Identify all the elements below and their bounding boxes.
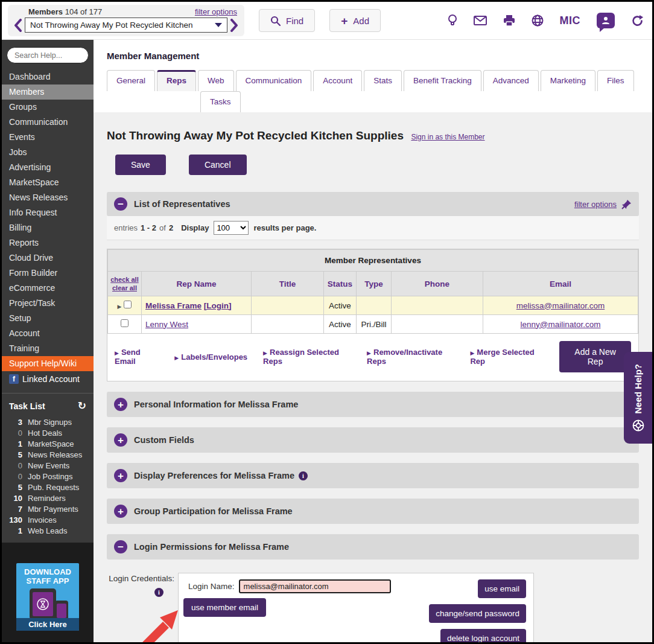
print-icon[interactable]: [503, 14, 515, 27]
download-staff-app-banner[interactable]: DOWNLOAD STAFF APP Click Here: [16, 563, 79, 631]
sidebar-item-events[interactable]: Events: [2, 130, 94, 145]
tab-reps[interactable]: Reps: [157, 70, 196, 91]
tab-tasks[interactable]: Tasks: [200, 91, 241, 112]
save-button[interactable]: Save: [115, 155, 166, 175]
reps-filter-options-link[interactable]: filter options: [574, 200, 617, 209]
sidebar-item-ecommerce[interactable]: eCommerce: [2, 281, 94, 296]
login-name-input[interactable]: [239, 579, 391, 593]
sign-in-as-member-link[interactable]: Sign in as this Member: [411, 133, 484, 141]
results-per-page-select[interactable]: 100: [214, 221, 249, 235]
sidebar-item-account[interactable]: Account: [2, 326, 94, 341]
tab-stats[interactable]: Stats: [364, 70, 402, 91]
sidebar-item-info-request[interactable]: Info Request: [2, 205, 94, 220]
find-button[interactable]: Find: [259, 9, 315, 32]
globe-icon[interactable]: [532, 14, 544, 27]
sidebar-item-groups[interactable]: Groups: [2, 100, 94, 115]
rep-name-link[interactable]: Lenny West: [145, 320, 188, 329]
search-help-input[interactable]: [7, 47, 89, 63]
accordion-custom-fields[interactable]: + Custom Fields: [107, 427, 639, 453]
previous-member-chevron-icon[interactable]: [14, 19, 22, 32]
sidebar-item-support-help-wiki[interactable]: Support Help/Wiki: [2, 356, 94, 371]
next-member-chevron-icon[interactable]: [230, 19, 238, 32]
task-item-hot-deals[interactable]: 0Hot Deals: [2, 428, 94, 439]
sidebar-item-billing[interactable]: Billing: [2, 220, 94, 235]
reassign-selected-reps-action[interactable]: ▶Reassign Selected Reps: [263, 348, 351, 366]
use-member-email-button[interactable]: use member email: [183, 598, 266, 617]
expand-icon[interactable]: +: [114, 398, 127, 411]
tab-benefit-tracking[interactable]: Benefit Tracking: [404, 70, 481, 91]
rep-login-link[interactable]: [Login]: [204, 301, 232, 310]
task-item-pub-requests[interactable]: 5Pub. Requests: [2, 482, 94, 493]
refresh-icon[interactable]: [631, 14, 644, 27]
task-item-web-leads[interactable]: 1Web Leads: [2, 526, 94, 537]
task-item-mbr-signups[interactable]: 3Mbr Signups: [2, 417, 94, 428]
tab-advanced[interactable]: Advanced: [483, 70, 539, 91]
tab-files[interactable]: Files: [597, 70, 634, 91]
send-email-action[interactable]: ▶Send Email: [115, 348, 159, 366]
tab-web[interactable]: Web: [198, 70, 234, 91]
mic-brand-logo[interactable]: MIC: [560, 14, 581, 27]
merge-selected-rep-action[interactable]: ▶Merge Selected Rep: [470, 348, 544, 366]
sidebar-item-cloud-drive[interactable]: Cloud Drive: [2, 250, 94, 266]
task-item-marketspace[interactable]: 1MarketSpace: [2, 439, 94, 450]
expand-icon[interactable]: +: [114, 505, 127, 518]
check-all-link[interactable]: check all: [110, 275, 139, 284]
sidebar-item-dashboard[interactable]: Dashboard: [2, 69, 94, 84]
info-icon: i: [154, 588, 164, 597]
tab-marketing[interactable]: Marketing: [541, 70, 595, 91]
task-item-invoices[interactable]: 130Invoices: [2, 515, 94, 526]
sidebar-item-project-task[interactable]: Project/Task: [2, 296, 94, 311]
add-button[interactable]: + Add: [329, 9, 381, 32]
change-send-password-button[interactable]: change/send password: [429, 604, 526, 623]
filter-options-link[interactable]: filter options: [195, 7, 237, 16]
table-row: Lenny West Active Pri./Bill lenny@mailin…: [108, 315, 638, 334]
tab-communication[interactable]: Communication: [236, 70, 312, 91]
collapse-icon[interactable]: −: [114, 197, 127, 211]
accordion-group-participation[interactable]: + Group Participation for Melissa Frame: [107, 499, 639, 524]
rep-name-link[interactable]: Melissa Frame: [145, 301, 202, 310]
cancel-button[interactable]: Cancel: [189, 155, 247, 175]
task-item-mbr-payments[interactable]: 7Mbr Payments: [2, 504, 94, 515]
tab-general[interactable]: General: [107, 70, 155, 91]
rep-email-link[interactable]: lenny@mailinator.com: [520, 320, 600, 329]
add-new-rep-button[interactable]: Add a New Rep: [559, 341, 631, 372]
row-expand-icon[interactable]: ▶: [118, 304, 122, 310]
sidebar-item-news-releases[interactable]: News Releases: [2, 190, 94, 205]
sidebar-item-members[interactable]: Members: [2, 84, 94, 100]
delete-login-account-button[interactable]: delete login account: [440, 629, 526, 644]
user-chat-icon[interactable]: [597, 13, 615, 28]
row-checkbox[interactable]: [121, 319, 129, 327]
sidebar-item-setup[interactable]: Setup: [2, 311, 94, 326]
sidebar-item-jobs[interactable]: Jobs: [2, 145, 94, 160]
task-list-refresh-icon[interactable]: ↻: [78, 400, 86, 412]
collapse-icon[interactable]: −: [114, 540, 127, 553]
use-email-button[interactable]: use email: [478, 579, 526, 598]
member-select-dropdown[interactable]: Not Throwing Away My Pot Recycled Kitche…: [25, 18, 227, 33]
sidebar-item-linked-account[interactable]: f Linked Account: [2, 371, 94, 388]
accordion-display-preferences[interactable]: + Display Preferences for Melissa Frame …: [107, 463, 639, 488]
sidebar-item-marketspace[interactable]: MarketSpace: [2, 175, 94, 190]
accordion-login-permissions[interactable]: − Login Permissions for Melissa Frame: [107, 534, 639, 560]
tab-account[interactable]: Account: [313, 70, 362, 91]
pin-icon[interactable]: [621, 199, 632, 209]
labels-envelopes-action[interactable]: ▶Labels/Envelopes: [174, 352, 247, 362]
sidebar-item-form-builder[interactable]: Form Builder: [2, 266, 94, 281]
task-item-job-postings[interactable]: 0Job Postings: [2, 471, 94, 482]
sidebar-item-advertising[interactable]: Advertising: [2, 160, 94, 175]
need-help-tab[interactable]: Need Help?: [624, 352, 652, 444]
sidebar-item-reports[interactable]: Reports: [2, 235, 94, 250]
sidebar-item-communication[interactable]: Communication: [2, 115, 94, 130]
rep-email-link[interactable]: melissa@mailinator.com: [516, 301, 605, 310]
email-icon[interactable]: [474, 16, 487, 25]
expand-icon[interactable]: +: [114, 469, 127, 482]
task-item-new-events[interactable]: 0New Events: [2, 461, 94, 471]
task-item-news-releases[interactable]: 5News Releases: [2, 450, 94, 461]
task-item-reminders[interactable]: 10Reminders: [2, 493, 94, 504]
remove-inactivate-reps-action[interactable]: ▶Remove/Inactivate Reps: [367, 348, 454, 366]
expand-icon[interactable]: +: [114, 433, 127, 447]
sidebar-item-training[interactable]: Training: [2, 341, 94, 356]
row-checkbox[interactable]: [124, 301, 132, 308]
lightbulb-icon[interactable]: [448, 14, 457, 27]
accordion-personal-information[interactable]: + Personal Information for Melissa Frame: [107, 392, 639, 417]
clear-all-link[interactable]: clear all: [110, 284, 139, 292]
